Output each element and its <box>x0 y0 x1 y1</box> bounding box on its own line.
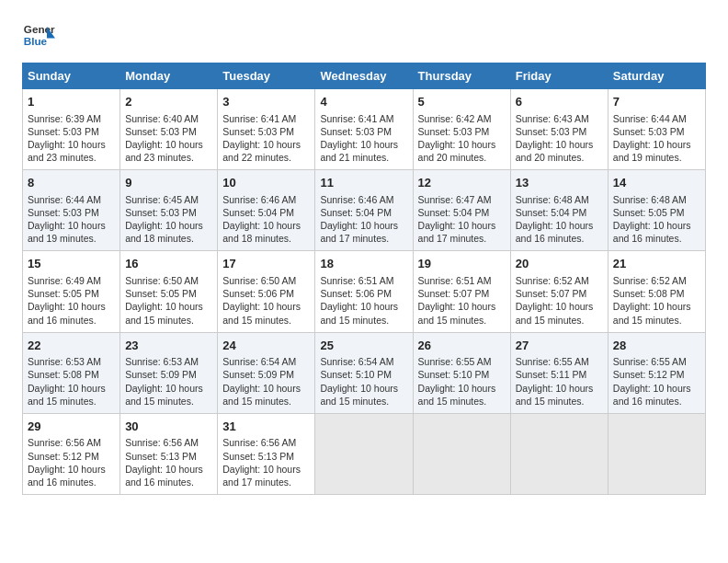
calendar-cell: 7Sunrise: 6:44 AMSunset: 5:03 PMDaylight… <box>608 89 705 170</box>
calendar-cell: 14Sunrise: 6:48 AMSunset: 5:05 PMDayligh… <box>608 170 705 251</box>
calendar-header-wednesday: Wednesday <box>315 63 413 89</box>
day-number: 15 <box>28 256 115 272</box>
day-info-line: Daylight: 10 hours <box>516 138 603 151</box>
calendar-cell: 3Sunrise: 6:41 AMSunset: 5:03 PMDaylight… <box>218 89 315 170</box>
calendar-table: SundayMondayTuesdayWednesdayThursdayFrid… <box>22 63 706 495</box>
day-number: 11 <box>320 175 407 191</box>
day-info-line: Daylight: 10 hours <box>222 382 310 395</box>
day-info-line: and 19 minutes. <box>613 151 700 164</box>
day-number: 6 <box>516 94 603 110</box>
calendar-header-friday: Friday <box>510 63 608 89</box>
day-number: 23 <box>125 338 212 354</box>
day-info-line: Sunset: 5:10 PM <box>418 368 506 381</box>
day-number: 21 <box>613 256 700 272</box>
calendar-cell: 17Sunrise: 6:50 AMSunset: 5:06 PMDayligh… <box>218 251 315 332</box>
day-info-line: Sunrise: 6:48 AM <box>613 193 700 206</box>
day-info-line: Daylight: 10 hours <box>320 138 407 151</box>
day-info-line: Daylight: 10 hours <box>320 300 407 313</box>
day-info-line: Daylight: 10 hours <box>418 382 506 395</box>
day-info-line: Sunset: 5:07 PM <box>418 287 506 300</box>
day-info-line: Daylight: 10 hours <box>222 138 310 151</box>
day-info-line: Daylight: 10 hours <box>613 138 700 151</box>
calendar-cell: 8Sunrise: 6:44 AMSunset: 5:03 PMDaylight… <box>23 170 120 251</box>
day-info-line: and 15 minutes. <box>418 314 506 327</box>
day-info-line: Sunset: 5:13 PM <box>222 450 310 463</box>
day-info-line: Sunrise: 6:50 AM <box>125 274 212 287</box>
calendar-cell: 26Sunrise: 6:55 AMSunset: 5:10 PMDayligh… <box>413 332 510 413</box>
day-info-line: Daylight: 10 hours <box>418 138 506 151</box>
day-info-line: Daylight: 10 hours <box>125 382 212 395</box>
day-info-line: and 15 minutes. <box>613 314 700 327</box>
day-number: 22 <box>28 338 115 354</box>
calendar-cell: 6Sunrise: 6:43 AMSunset: 5:03 PMDaylight… <box>510 89 608 170</box>
day-info-line: Daylight: 10 hours <box>613 382 700 395</box>
day-info-line: Sunset: 5:03 PM <box>320 125 407 138</box>
day-info-line: and 18 minutes. <box>125 232 212 245</box>
day-info-line: Sunrise: 6:40 AM <box>125 112 212 125</box>
logo: General Blue <box>22 18 55 52</box>
calendar-cell: 13Sunrise: 6:48 AMSunset: 5:04 PMDayligh… <box>510 170 608 251</box>
day-info-line: and 15 minutes. <box>418 395 506 408</box>
day-info-line: Sunset: 5:07 PM <box>516 287 603 300</box>
day-number: 3 <box>222 94 310 110</box>
day-info-line: Sunrise: 6:56 AM <box>125 436 212 449</box>
day-info-line: Daylight: 10 hours <box>516 219 603 232</box>
day-info-line: Sunrise: 6:53 AM <box>125 355 212 368</box>
day-number: 26 <box>418 338 506 354</box>
day-number: 25 <box>320 338 407 354</box>
day-info-line: Sunrise: 6:50 AM <box>222 274 310 287</box>
day-info-line: and 21 minutes. <box>320 151 407 164</box>
day-info-line: Daylight: 10 hours <box>28 219 115 232</box>
day-info-line: and 22 minutes. <box>222 151 310 164</box>
day-info-line: Daylight: 10 hours <box>613 300 700 313</box>
day-info-line: Sunset: 5:04 PM <box>516 206 603 219</box>
calendar-cell: 19Sunrise: 6:51 AMSunset: 5:07 PMDayligh… <box>413 251 510 332</box>
day-number: 1 <box>28 94 115 110</box>
day-info-line: and 15 minutes. <box>125 314 212 327</box>
day-info-line: Daylight: 10 hours <box>28 138 115 151</box>
calendar-week-row: 1Sunrise: 6:39 AMSunset: 5:03 PMDaylight… <box>23 89 706 170</box>
day-info-line: and 15 minutes. <box>222 395 310 408</box>
day-info-line: Sunset: 5:08 PM <box>28 368 115 381</box>
day-info-line: Sunset: 5:03 PM <box>222 125 310 138</box>
day-info-line: Daylight: 10 hours <box>418 300 506 313</box>
day-info-line: Sunrise: 6:55 AM <box>516 355 603 368</box>
day-info-line: Sunset: 5:09 PM <box>125 368 212 381</box>
calendar-cell: 5Sunrise: 6:42 AMSunset: 5:03 PMDaylight… <box>413 89 510 170</box>
calendar-header-saturday: Saturday <box>608 63 705 89</box>
day-info-line: Sunrise: 6:48 AM <box>516 193 603 206</box>
day-info-line: Sunset: 5:03 PM <box>613 125 700 138</box>
day-number: 14 <box>613 175 700 191</box>
day-info-line: Sunrise: 6:44 AM <box>613 112 700 125</box>
day-info-line: and 20 minutes. <box>516 151 603 164</box>
calendar-cell: 30Sunrise: 6:56 AMSunset: 5:13 PMDayligh… <box>120 413 218 494</box>
day-info-line: Daylight: 10 hours <box>28 382 115 395</box>
calendar-cell: 27Sunrise: 6:55 AMSunset: 5:11 PMDayligh… <box>510 332 608 413</box>
day-info-line: and 15 minutes. <box>320 314 407 327</box>
day-info-line: Sunrise: 6:56 AM <box>28 436 115 449</box>
calendar-header-sunday: Sunday <box>23 63 120 89</box>
calendar-cell: 4Sunrise: 6:41 AMSunset: 5:03 PMDaylight… <box>315 89 413 170</box>
day-info-line: and 15 minutes. <box>320 395 407 408</box>
day-number: 12 <box>418 175 506 191</box>
calendar-header-row: SundayMondayTuesdayWednesdayThursdayFrid… <box>23 63 706 89</box>
calendar-cell: 23Sunrise: 6:53 AMSunset: 5:09 PMDayligh… <box>120 332 218 413</box>
day-number: 24 <box>222 338 310 354</box>
day-info-line: Sunset: 5:04 PM <box>320 206 407 219</box>
day-info-line: and 16 minutes. <box>516 232 603 245</box>
day-info-line: Sunrise: 6:54 AM <box>320 355 407 368</box>
day-number: 30 <box>125 419 212 435</box>
day-info-line: and 15 minutes. <box>222 314 310 327</box>
day-number: 5 <box>418 94 506 110</box>
day-info-line: Sunrise: 6:55 AM <box>418 355 506 368</box>
day-number: 17 <box>222 256 310 272</box>
day-info-line: Sunset: 5:03 PM <box>516 125 603 138</box>
calendar-cell: 31Sunrise: 6:56 AMSunset: 5:13 PMDayligh… <box>218 413 315 494</box>
day-info-line: Daylight: 10 hours <box>222 219 310 232</box>
day-info-line: and 17 minutes. <box>320 232 407 245</box>
calendar-cell: 24Sunrise: 6:54 AMSunset: 5:09 PMDayligh… <box>218 332 315 413</box>
day-number: 28 <box>613 338 700 354</box>
calendar-week-row: 8Sunrise: 6:44 AMSunset: 5:03 PMDaylight… <box>23 170 706 251</box>
calendar-cell <box>413 413 510 494</box>
day-info-line: Sunrise: 6:45 AM <box>125 193 212 206</box>
